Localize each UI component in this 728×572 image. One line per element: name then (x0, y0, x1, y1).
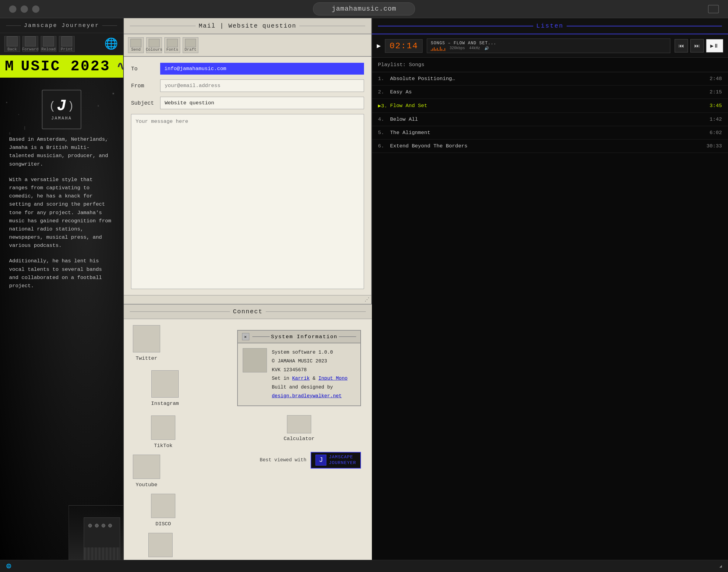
line-right (339, 336, 356, 337)
sys-copyright: © JAMAHA MUSIC 2023 (272, 357, 348, 366)
right-panel: Listen ▶ 02:14 SONGS – FLOW AND SET... (372, 18, 728, 572)
fonts-button[interactable]: Fonts (164, 37, 180, 53)
tiktok-item[interactable]: TikTok (151, 416, 175, 448)
knob-4 (108, 524, 112, 527)
track-6[interactable]: 6. Extend Beyond The Borders 30:33 (372, 140, 728, 153)
track-1[interactable]: 1. Absolute Positioning… 2:48 (372, 72, 728, 85)
channel-icon: 🔊 (485, 46, 489, 51)
globe-icon[interactable]: 🌐 (103, 36, 119, 52)
to-input[interactable] (160, 63, 364, 75)
track-name-2: Easy As (390, 89, 710, 95)
url-bar[interactable]: jamahamusic.com (313, 2, 415, 15)
banner-text: USIC 2023 (21, 58, 111, 75)
track-name-4: Below All (390, 117, 710, 122)
forward-button[interactable]: Forward (22, 36, 38, 52)
colours-label: Colours (146, 47, 163, 52)
youtube-label: Youtube (136, 482, 157, 488)
waveform-bar (444, 48, 445, 51)
send-button[interactable]: Send (128, 37, 144, 53)
from-row: From (131, 79, 364, 92)
waveform-bar (440, 47, 441, 51)
play-pause-button[interactable]: ▶⏸ (706, 39, 723, 53)
close-dot[interactable] (9, 5, 16, 13)
playlist-header: Playlist: Songs (372, 58, 728, 72)
badge-line1: JAMSCAPE (329, 454, 356, 460)
maximize-dot[interactable] (32, 5, 40, 13)
sys-font-sep: & (312, 376, 315, 381)
sys-font1[interactable]: Karrik (292, 376, 310, 381)
waveform-bar (443, 50, 444, 51)
twitter-item[interactable]: Twitter (133, 325, 160, 361)
player-meta: 320kbps 44kHz 🔊 (431, 46, 666, 51)
back-label: Back (7, 47, 17, 52)
youtube-item[interactable]: Youtube (133, 455, 160, 488)
back-button[interactable]: Back (4, 36, 20, 52)
knob-1 (88, 524, 92, 527)
bio-para-3: Additionally, he has lent his vocal tale… (9, 257, 114, 290)
track-num-1: 1. (378, 76, 390, 82)
track-num-3: ▶3. (378, 102, 390, 109)
resize-handle[interactable]: ⋰ (124, 295, 371, 304)
waveform-bar (438, 50, 439, 51)
message-textarea[interactable] (131, 114, 364, 289)
send-label: Send (131, 47, 140, 52)
window-resize-icon[interactable] (708, 5, 719, 13)
print-label: Print (61, 47, 72, 52)
colours-button[interactable]: Colours (146, 37, 162, 53)
logo-right-bracket: ) (68, 100, 74, 113)
track-2[interactable]: 2. Easy As 2:15 (372, 85, 728, 99)
nav-bar: Back Forward Reload Print 🌐 (0, 33, 123, 55)
track-duration-3: 3:45 (710, 103, 722, 109)
sys-info-text: System software 1.0.0 © JAMAHA MUSIC 202… (272, 348, 348, 401)
logo-left-bracket: ( (49, 100, 56, 113)
knob-3 (101, 524, 105, 527)
banner-music: M (5, 58, 15, 75)
reload-button[interactable]: Reload (41, 36, 56, 52)
minimize-dot[interactable] (21, 5, 28, 13)
draft-icon (185, 39, 196, 47)
calculator-label: Calculator (284, 436, 314, 442)
track-num-6: 6. (378, 143, 390, 149)
track-3[interactable]: ▶3. Flow And Set 3:45 (372, 99, 728, 113)
disco-item[interactable]: DISCO (151, 494, 175, 527)
play-icon: ▶ (377, 42, 381, 50)
system-info-close-button[interactable]: ✕ (242, 333, 249, 340)
track-name-1: Absolute Positioning… (390, 76, 710, 82)
back-icon (7, 37, 18, 47)
colours-icon (149, 39, 159, 47)
calculator-icon[interactable] (287, 415, 311, 433)
sys-fonts: Set in Karrik & Input Mono (272, 374, 348, 383)
from-input[interactable] (160, 79, 364, 92)
listen-header: Listen (372, 18, 728, 34)
draft-button[interactable]: Draft (183, 37, 198, 53)
instagram-item[interactable]: Instagram (151, 370, 179, 407)
prev-button[interactable]: ⏮ (675, 39, 688, 53)
subject-input[interactable] (160, 97, 364, 109)
bio-para-2: With a versatile style that ranges from … (9, 175, 114, 250)
waveform-bar (431, 50, 432, 51)
mail-panel: Mail | Website question Send Colours Fon… (124, 18, 372, 304)
next-button[interactable]: ⏭ (690, 39, 704, 53)
print-button[interactable]: Print (59, 36, 75, 52)
bio-para-1: Based in Amsterdam, Netherlands, Jamaha … (9, 135, 114, 168)
track-4[interactable]: 4. Below All 1:42 (372, 113, 728, 126)
badge-line2: JOURNEYER (329, 460, 356, 466)
track-duration-1: 2:48 (710, 76, 722, 82)
forward-label: Forward (22, 47, 39, 52)
jamscape-badge[interactable]: J JAMSCAPE JOURNEYER (311, 452, 361, 469)
track-5[interactable]: 5. The Alignment 6:02 (372, 126, 728, 140)
to-row: To (131, 63, 364, 75)
waveform-bar (435, 49, 436, 51)
connect-grid: Twitter Instagram TikTok Youtube (124, 319, 226, 572)
to-label: To (131, 66, 155, 72)
system-info-body: System software 1.0.0 © JAMAHA MUSIC 202… (238, 343, 360, 406)
sys-designer-link[interactable]: design.bradleywalker.net (272, 394, 342, 399)
listen-title: Listen (536, 22, 564, 29)
mail-header: Mail | Website question (124, 18, 371, 34)
connect-title: Connect (233, 308, 263, 315)
waveform-bar (434, 47, 435, 51)
sys-font2[interactable]: Input Mono (318, 376, 348, 381)
window-controls[interactable] (9, 5, 40, 13)
left-panel-title: Jamscape Journeyer (24, 22, 99, 28)
twitter-label: Twitter (136, 355, 157, 361)
